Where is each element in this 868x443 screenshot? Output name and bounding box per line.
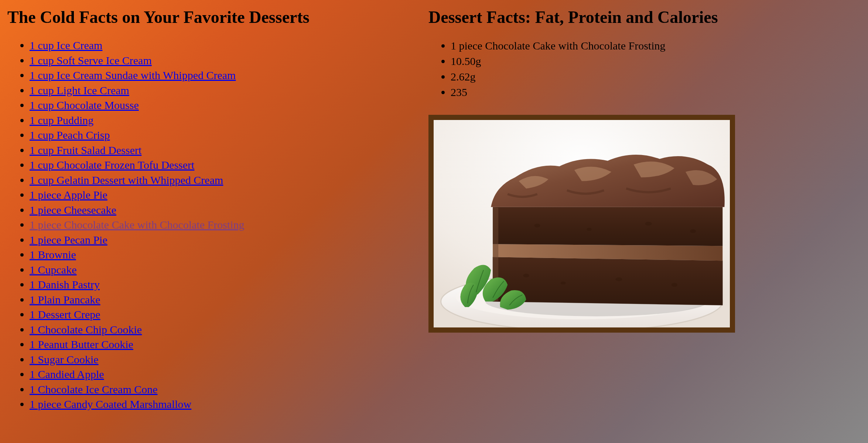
fact-item: 2.62g xyxy=(451,69,739,85)
dessert-link-item: 1 Danish Pastry xyxy=(30,277,340,292)
svg-point-7 xyxy=(671,283,677,287)
svg-point-9 xyxy=(587,228,592,231)
dessert-link[interactable]: 1 piece Chocolate Cake with Chocolate Fr… xyxy=(30,219,245,231)
dessert-link-item: 1 cup Chocolate Frozen Tofu Dessert xyxy=(30,158,340,173)
dessert-link-item: 1 Chocolate Chip Cookie xyxy=(30,322,340,337)
svg-point-4 xyxy=(523,274,529,277)
dessert-link[interactable]: 1 Danish Pastry xyxy=(30,278,100,291)
right-title: Dessert Facts: Fat, Protein and Calories xyxy=(428,7,739,27)
dessert-link[interactable]: 1 Dessert Crepe xyxy=(30,308,100,320)
dessert-link-item: 1 piece Candy Coated Marshmallow xyxy=(30,397,340,412)
dessert-link-item: 1 piece Apple Pie xyxy=(30,188,340,203)
dessert-link[interactable]: 1 cup Gelatin Dessert with Whipped Cream xyxy=(30,174,223,186)
dessert-link-item: 1 piece Chocolate Cake with Chocolate Fr… xyxy=(30,217,340,233)
dessert-link[interactable]: 1 cup Peach Crisp xyxy=(30,129,110,141)
dessert-link[interactable]: 1 piece Apple Pie xyxy=(30,189,107,201)
dessert-link[interactable]: 1 cup Chocolate Frozen Tofu Dessert xyxy=(30,159,194,171)
dessert-link-item: 1 Chocolate Ice Cream Cone xyxy=(30,382,340,397)
dessert-link-item: 1 Peanut Butter Cookie xyxy=(30,337,340,352)
dessert-link[interactable]: 1 cup Fruit Salad Dessert xyxy=(30,144,141,156)
svg-point-11 xyxy=(690,229,696,233)
dessert-link-item: 1 piece Pecan Pie xyxy=(30,233,340,248)
dessert-link[interactable]: 1 cup Pudding xyxy=(30,114,93,126)
dessert-link-item: 1 cup Fruit Salad Dessert xyxy=(30,143,340,158)
fact-item: 235 xyxy=(451,85,739,100)
dessert-link[interactable]: 1 Plain Pancake xyxy=(30,293,100,306)
dessert-link[interactable]: 1 cup Chocolate Mousse xyxy=(30,99,139,111)
svg-point-10 xyxy=(645,222,652,226)
dessert-link-item: 1 Candied Apple xyxy=(30,367,340,382)
dessert-link-item: 1 Plain Pancake xyxy=(30,292,340,308)
dessert-link[interactable]: 1 Chocolate Ice Cream Cone xyxy=(30,383,158,395)
dessert-link-item: 1 cup Ice Cream Sundae with Whipped Crea… xyxy=(30,68,340,83)
dessert-link-list: 1 cup Ice Cream1 cup Soft Serve Ice Crea… xyxy=(7,38,340,412)
svg-point-6 xyxy=(615,278,622,281)
dessert-link-item: 1 cup Gelatin Dessert with Whipped Cream xyxy=(30,173,340,188)
svg-point-5 xyxy=(561,282,566,285)
dessert-link[interactable]: 1 piece Candy Coated Marshmallow xyxy=(30,398,191,410)
dessert-link[interactable]: 1 cup Light Ice Cream xyxy=(30,84,129,96)
fact-item: 10.50g xyxy=(451,54,739,69)
facts-list: 1 piece Chocolate Cake with Chocolate Fr… xyxy=(428,38,739,100)
dessert-link[interactable]: 1 Chocolate Chip Cookie xyxy=(30,323,142,336)
dessert-link[interactable]: 1 cup Ice Cream xyxy=(30,39,102,51)
dessert-link-item: 1 cup Light Ice Cream xyxy=(30,83,340,98)
dessert-link-item: 1 cup Ice Cream xyxy=(30,38,340,53)
dessert-link-item: 1 cup Peach Crisp xyxy=(30,128,340,143)
dessert-link[interactable]: 1 Candied Apple xyxy=(30,368,104,380)
dessert-link[interactable]: 1 Cupcake xyxy=(30,264,76,276)
svg-point-8 xyxy=(534,224,540,227)
dessert-link-item: 1 cup Soft Serve Ice Cream xyxy=(30,53,340,68)
fact-item: 1 piece Chocolate Cake with Chocolate Fr… xyxy=(451,38,739,54)
dessert-link-item: 1 piece Cheesecake xyxy=(30,203,340,218)
dessert-link[interactable]: 1 cup Ice Cream Sundae with Whipped Crea… xyxy=(30,69,236,81)
dessert-link-item: 1 Cupcake xyxy=(30,262,340,278)
dessert-link-item: 1 Sugar Cookie xyxy=(30,352,340,367)
dessert-link-item: 1 cup Pudding xyxy=(30,113,340,128)
dessert-link[interactable]: 1 Brownie xyxy=(30,248,76,261)
dessert-link-item: 1 Brownie xyxy=(30,247,340,262)
dessert-link[interactable]: 1 piece Cheesecake xyxy=(30,204,116,216)
dessert-link-item: 1 cup Chocolate Mousse xyxy=(30,98,340,113)
dessert-link[interactable]: 1 piece Pecan Pie xyxy=(30,234,107,246)
dessert-link[interactable]: 1 Sugar Cookie xyxy=(30,353,99,365)
dessert-link[interactable]: 1 Peanut Butter Cookie xyxy=(30,338,133,350)
dessert-link-item: 1 Dessert Crepe xyxy=(30,307,340,322)
left-title: The Cold Facts on Your Favorite Desserts xyxy=(7,7,340,27)
dessert-link[interactable]: 1 cup Soft Serve Ice Cream xyxy=(30,54,152,66)
dessert-image xyxy=(428,115,735,333)
